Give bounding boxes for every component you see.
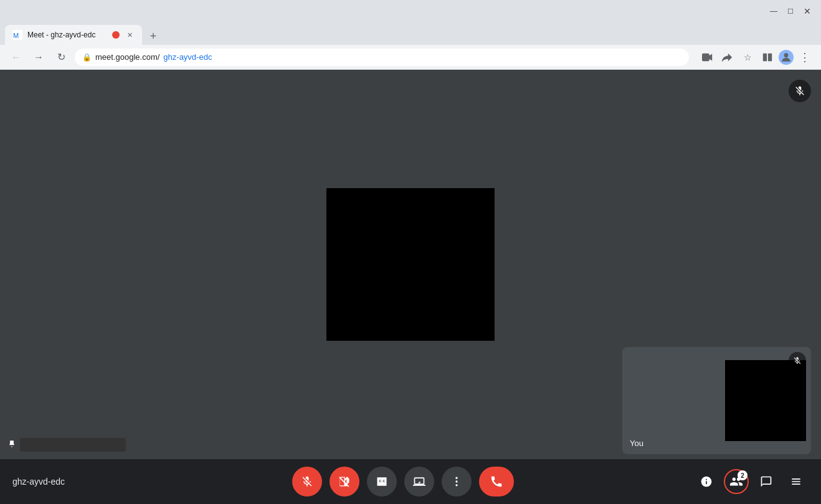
minimize-icon[interactable]: — (770, 7, 777, 16)
meeting-code-label: ghz-ayvd-edc (12, 477, 65, 487)
browser-frame: — ☐ ✕ M Meet - ghz-ayvd-edc ✕ + ← → ↻ 🔒 … (0, 0, 821, 504)
recording-dot (112, 31, 120, 39)
reload-button[interactable]: ↻ (52, 49, 70, 66)
browser-menu-button[interactable]: ⋮ (796, 49, 814, 66)
title-bar: — ☐ ✕ (0, 0, 821, 22)
svg-text:M: M (13, 32, 19, 39)
reader-mode-icon[interactable] (759, 49, 776, 66)
bookmark-icon[interactable]: ☆ (739, 49, 756, 66)
more-options-button[interactable] (442, 467, 472, 497)
close-icon[interactable]: ✕ (804, 6, 811, 16)
self-video-label: You (630, 439, 643, 448)
chat-button[interactable] (754, 469, 779, 494)
url-path: ghz-ayvd-edc (163, 52, 212, 62)
toolbar-center (292, 467, 514, 497)
back-button[interactable]: ← (7, 49, 25, 66)
self-video-tile: You (622, 347, 811, 454)
tab-title: Meet - ghz-ayvd-edc (27, 31, 107, 39)
lock-icon: 🔒 (82, 53, 92, 62)
toolbar: ghz-ayvd-edc (0, 459, 821, 504)
address-bar: ← → ↻ 🔒 meet.google.com/ghz-ayvd-edc ☆ ⋮ (0, 45, 821, 70)
end-call-button[interactable] (479, 467, 514, 497)
address-bar-actions: ☆ ⋮ (699, 49, 814, 66)
self-video-feed (725, 360, 806, 441)
participant-info (7, 438, 126, 452)
share-icon[interactable] (719, 49, 736, 66)
meet-favicon: M (12, 30, 22, 40)
url-prefix: meet.google.com/ (95, 52, 159, 62)
profile-avatar[interactable] (779, 50, 794, 65)
pin-icon (7, 440, 16, 450)
participant-name (20, 438, 126, 452)
svg-point-7 (455, 484, 457, 486)
forward-button[interactable]: → (30, 49, 47, 66)
restore-icon[interactable]: ☐ (787, 7, 794, 16)
tab-bar: M Meet - ghz-ayvd-edc ✕ + (0, 22, 821, 45)
mute-camera-button[interactable] (330, 467, 359, 497)
toolbar-left: ghz-ayvd-edc (12, 477, 112, 487)
active-tab[interactable]: M Meet - ghz-ayvd-edc ✕ (5, 25, 142, 45)
main-mute-indicator (789, 80, 811, 102)
mute-mic-button[interactable] (292, 467, 322, 497)
svg-point-4 (784, 53, 789, 57)
svg-point-6 (455, 480, 457, 482)
main-video-feed (326, 188, 495, 341)
svg-rect-2 (763, 53, 767, 61)
url-bar[interactable]: 🔒 meet.google.com/ghz-ayvd-edc (75, 49, 689, 66)
present-button[interactable] (404, 467, 434, 497)
toolbar-right: 2 (694, 469, 809, 494)
svg-point-5 (455, 477, 457, 479)
activities-button[interactable] (784, 469, 809, 494)
self-mute-indicator (789, 352, 806, 369)
meet-content: You ghz-ayvd-edc (0, 70, 821, 504)
new-tab-button[interactable]: + (145, 27, 162, 45)
captions-button[interactable] (367, 467, 397, 497)
meeting-info-button[interactable] (694, 469, 719, 494)
svg-rect-3 (768, 53, 772, 61)
tab-close-button[interactable]: ✕ (125, 30, 135, 40)
main-video-area: You (0, 70, 821, 459)
camera-icon[interactable] (699, 49, 716, 66)
participants-badge: 2 (738, 470, 747, 480)
participants-button[interactable]: 2 (724, 469, 749, 494)
